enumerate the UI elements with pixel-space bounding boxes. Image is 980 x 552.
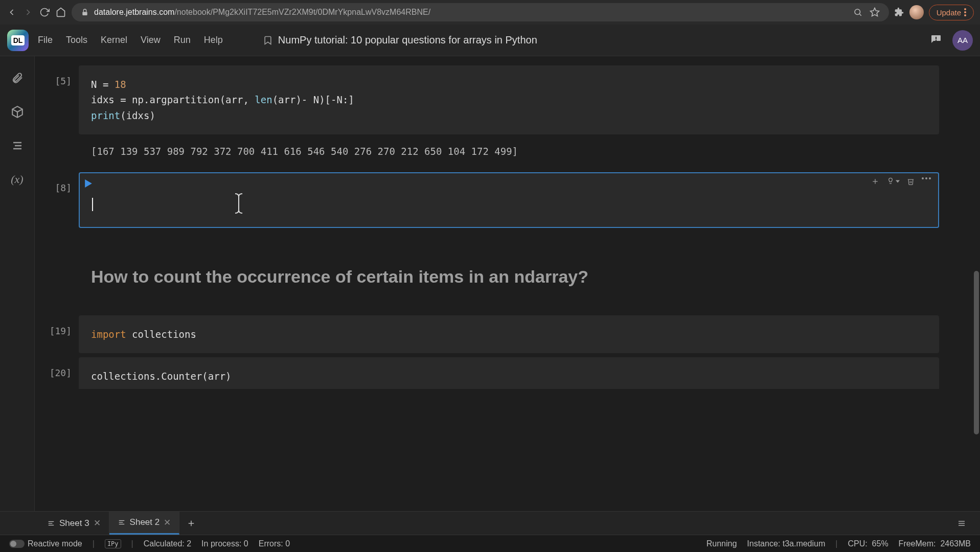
svg-rect-0 bbox=[82, 12, 87, 15]
add-cell-icon[interactable] bbox=[871, 177, 879, 186]
toc-icon[interactable] bbox=[10, 138, 25, 153]
markdown-cell[interactable]: How to count the occurrence of certain i… bbox=[35, 246, 980, 297]
menu-view[interactable]: View bbox=[141, 35, 161, 45]
variables-icon[interactable]: (x) bbox=[10, 172, 25, 187]
notebook-title[interactable]: NumPy tutorial: 10 popular questions for… bbox=[278, 34, 537, 46]
status-running: Running bbox=[706, 539, 737, 548]
notebook-title-area: NumPy tutorial: 10 popular questions for… bbox=[263, 34, 537, 47]
app-logo[interactable]: DL bbox=[7, 30, 29, 51]
svg-point-4 bbox=[964, 11, 966, 13]
cell-prompt: [5] bbox=[35, 65, 79, 134]
sheet-tabs: Sheet 3 ✕ Sheet 2 ✕ bbox=[0, 511, 980, 535]
address-bar[interactable]: datalore.jetbrains.com/notebook/PMg2kXiI… bbox=[72, 3, 889, 21]
back-button[interactable] bbox=[6, 7, 17, 18]
code-cell[interactable]: [20] collections.Counter(arr) bbox=[35, 357, 980, 389]
left-rail: (x) bbox=[0, 56, 35, 511]
text-caret bbox=[92, 198, 93, 211]
cell-prompt: [20] bbox=[35, 357, 79, 389]
notification-icon[interactable] bbox=[930, 34, 943, 47]
run-cell-icon[interactable] bbox=[85, 179, 92, 188]
svg-point-16 bbox=[922, 177, 924, 179]
ipy-indicator: IPy bbox=[105, 539, 121, 548]
url-domain: datalore.jetbrains.com bbox=[94, 8, 174, 17]
cell-prompt: [8] bbox=[35, 172, 79, 227]
svg-point-5 bbox=[964, 14, 966, 16]
delete-cell-icon[interactable] bbox=[907, 177, 915, 186]
code-block[interactable]: N = 18 idxs = np.argpartition(arr, len(a… bbox=[79, 65, 939, 134]
svg-point-1 bbox=[855, 9, 860, 15]
reactive-mode-toggle[interactable]: Reactive mode bbox=[9, 539, 82, 548]
status-calculated: Calculated: 2 bbox=[144, 539, 191, 548]
lock-icon bbox=[81, 8, 89, 16]
svg-marker-15 bbox=[896, 180, 900, 183]
forward-button[interactable] bbox=[22, 7, 34, 18]
status-errors: Errors: 0 bbox=[259, 539, 290, 548]
attachments-icon[interactable] bbox=[10, 71, 25, 86]
packages-icon[interactable] bbox=[10, 104, 25, 120]
scrollbar-thumb[interactable] bbox=[974, 271, 979, 434]
url-path: /notebook/PMg2kXiIT72E5mVZr2XM9t/0DMrYkp… bbox=[174, 8, 430, 17]
menu-help[interactable]: Help bbox=[204, 35, 223, 45]
status-inprocess: In process: 0 bbox=[201, 539, 248, 548]
svg-point-18 bbox=[929, 177, 931, 179]
search-in-page-icon[interactable] bbox=[853, 8, 862, 17]
close-icon[interactable]: ✕ bbox=[164, 517, 171, 528]
menu-file[interactable]: File bbox=[38, 35, 53, 45]
svg-point-3 bbox=[964, 8, 966, 10]
notebook-area[interactable]: [5] N = 18 idxs = np.argpartition(arr, l… bbox=[35, 56, 980, 511]
sheet-tab-active[interactable]: Sheet 2 ✕ bbox=[109, 512, 180, 535]
toggle-switch[interactable] bbox=[9, 540, 25, 548]
status-instance: Instance: t3a.medium bbox=[747, 539, 825, 548]
profile-avatar[interactable] bbox=[909, 5, 924, 19]
code-block[interactable] bbox=[79, 172, 939, 227]
bookmark-icon[interactable] bbox=[263, 34, 273, 47]
reload-button[interactable] bbox=[39, 7, 50, 18]
menu-kernel[interactable]: Kernel bbox=[101, 35, 127, 45]
user-badge[interactable]: AA bbox=[952, 30, 973, 51]
extensions-icon[interactable] bbox=[894, 7, 904, 17]
status-cpu: CPU: 65% bbox=[848, 539, 888, 548]
code-cell-active[interactable]: [8] bbox=[35, 172, 980, 227]
svg-marker-11 bbox=[85, 179, 92, 188]
app-menubar: DL File Tools Kernel View Run Help NumPy… bbox=[0, 25, 980, 56]
status-bar: Reactive mode | IPy | Calculated: 2 In p… bbox=[0, 535, 980, 552]
more-cell-icon[interactable] bbox=[922, 177, 931, 186]
menu-items: File Tools Kernel View Run Help bbox=[38, 35, 223, 45]
sheet-tab-label: Sheet 3 bbox=[59, 518, 89, 528]
cell-prompt: [19] bbox=[35, 315, 79, 353]
svg-marker-2 bbox=[870, 8, 879, 16]
update-button[interactable]: Update bbox=[929, 5, 974, 20]
svg-rect-7 bbox=[936, 40, 937, 41]
cell-toolbar bbox=[871, 177, 931, 186]
code-cell[interactable]: [19] import collections bbox=[35, 315, 980, 353]
add-sheet-button[interactable] bbox=[179, 519, 203, 528]
menu-tools[interactable]: Tools bbox=[66, 35, 87, 45]
sheet-tab-label: Sheet 2 bbox=[130, 517, 160, 527]
browser-toolbar: datalore.jetbrains.com/notebook/PMg2kXiI… bbox=[0, 0, 980, 25]
svg-rect-6 bbox=[936, 37, 937, 39]
code-block[interactable]: import collections bbox=[79, 315, 939, 353]
code-cell[interactable]: [5] N = 18 idxs = np.argpartition(arr, l… bbox=[35, 65, 980, 134]
sheet-tab[interactable]: Sheet 3 ✕ bbox=[39, 512, 109, 535]
status-freemem: FreeMem: 2463MB bbox=[899, 539, 971, 548]
markdown-heading: How to count the occurrence of certain i… bbox=[79, 246, 939, 297]
bookmark-star-icon[interactable] bbox=[870, 7, 880, 17]
menu-run[interactable]: Run bbox=[174, 35, 191, 45]
code-block[interactable]: collections.Counter(arr) bbox=[79, 357, 939, 389]
cell-output-row: [167 139 537 989 792 372 700 411 616 546… bbox=[35, 137, 980, 157]
close-icon[interactable]: ✕ bbox=[94, 518, 101, 528]
home-button[interactable] bbox=[55, 7, 66, 18]
cell-type-icon[interactable] bbox=[886, 177, 900, 186]
sheet-list-icon[interactable] bbox=[956, 519, 980, 527]
svg-point-17 bbox=[925, 177, 927, 179]
cell-output: [167 139 537 989 792 372 700 411 616 546… bbox=[79, 137, 939, 157]
text-cursor-icon bbox=[233, 192, 244, 215]
